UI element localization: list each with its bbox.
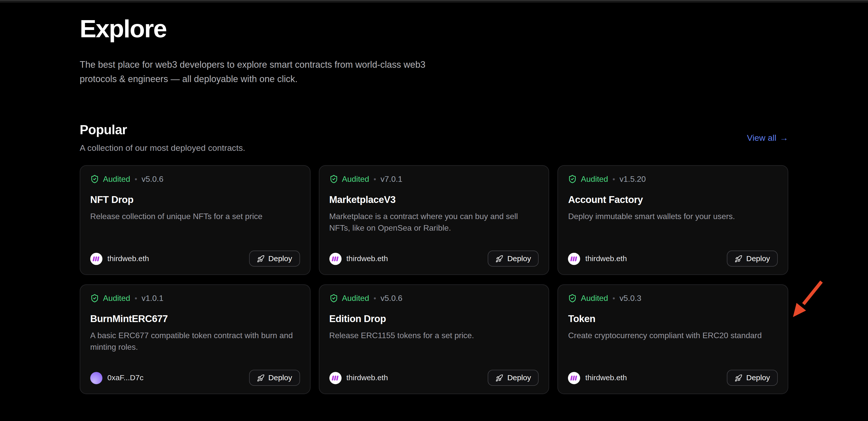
publisher-avatar [90,372,102,384]
publisher-name: thirdweb.eth [585,374,627,382]
contract-title: BurnMintERC677 [90,313,300,325]
arrow-right-icon: → [780,133,788,143]
audited-badge: Audited [581,175,608,184]
popular-heading: Popular [80,123,245,138]
card-badge-row: Audited • v1.5.20 [568,175,778,184]
rocket-icon [496,255,503,263]
audited-badge: Audited [342,175,369,184]
publisher-link[interactable]: thirdweb.eth [329,372,388,384]
contract-card[interactable]: Audited • v1.0.1 BurnMintERC677 A basic … [80,284,310,394]
popular-subheading: A collection of our most deployed contra… [80,143,245,153]
publisher-link[interactable]: thirdweb.eth [329,253,388,264]
rocket-icon [257,374,265,382]
version-label: v1.5.20 [620,175,646,184]
card-footer: 0xaF...D7c Deploy [90,370,300,386]
popular-section-header: Popular A collection of our most deploye… [80,123,788,153]
thirdweb-logo-icon [570,375,578,381]
shield-check-icon [568,294,577,303]
thirdweb-logo-icon [332,256,339,261]
deploy-button-label: Deploy [746,255,770,263]
card-footer: thirdweb.eth Deploy [329,370,539,386]
contract-description: Release collection of unique NFTs for a … [90,211,300,222]
publisher-name: thirdweb.eth [107,255,149,263]
publisher-name: 0xaF...D7c [107,374,144,382]
contract-card[interactable]: Audited • v7.0.1 MarketplaceV3 Marketpla… [318,165,549,275]
publisher-link[interactable]: thirdweb.eth [568,253,627,264]
publisher-link[interactable]: thirdweb.eth [90,253,149,264]
version-label: v5.0.6 [142,175,163,184]
badge-separator-dot: • [613,175,615,183]
publisher-link[interactable]: thirdweb.eth [568,372,627,384]
contract-description: A basic ERC677 compatible token contract… [90,330,300,353]
card-footer: thirdweb.eth Deploy [568,370,778,386]
badge-separator-dot: • [134,294,137,302]
contract-card[interactable]: Audited • v5.0.3 Token Create cryptocurr… [558,284,788,394]
deploy-button[interactable]: Deploy [249,251,300,266]
deploy-button-label: Deploy [507,255,531,263]
rocket-icon [257,255,265,263]
contract-title: MarketplaceV3 [329,194,539,206]
card-badge-row: Audited • v1.0.1 [90,294,300,303]
deploy-button-label: Deploy [507,374,531,382]
contract-title: Edition Drop [329,313,539,325]
version-label: v1.0.1 [142,294,163,303]
deploy-button-label: Deploy [746,374,770,382]
rocket-icon [735,374,742,382]
deploy-button[interactable]: Deploy [727,370,778,386]
explore-page: Explore The best place for web3 develope… [0,0,868,421]
shield-check-icon [90,175,99,184]
contract-title: Token [568,313,778,325]
thirdweb-logo-icon [93,256,100,261]
contract-description: Create cryptocurrency compliant with ERC… [568,330,778,341]
card-badge-row: Audited • v5.0.6 [90,175,300,184]
thirdweb-logo-icon [570,256,578,261]
badge-separator-dot: • [374,175,376,183]
view-all-link[interactable]: View all → [747,133,788,143]
page-title: Explore [80,15,788,43]
badge-separator-dot: • [374,294,376,302]
deploy-button[interactable]: Deploy [727,251,778,266]
view-all-label: View all [747,133,776,143]
thirdweb-logo-icon [332,375,339,381]
version-label: v5.0.6 [380,294,402,303]
badge-separator-dot: • [134,175,137,183]
card-footer: thirdweb.eth Deploy [90,251,300,266]
audited-badge: Audited [581,294,608,303]
publisher-name: thirdweb.eth [346,255,388,263]
version-label: v5.0.3 [620,294,642,303]
contract-card[interactable]: Audited • v5.0.6 NFT Drop Release collec… [80,165,310,275]
contract-card[interactable]: Audited • v5.0.6 Edition Drop Release ER… [318,284,549,394]
contract-title: Account Factory [568,194,778,206]
top-edge-divider [0,0,868,3]
card-footer: thirdweb.eth Deploy [329,251,539,266]
publisher-avatar [329,253,341,264]
publisher-avatar [568,253,580,264]
publisher-name: thirdweb.eth [585,255,627,263]
deploy-button[interactable]: Deploy [488,370,538,386]
version-label: v7.0.1 [380,175,402,184]
page-subtitle: The best place for web3 developers to ex… [80,57,454,86]
badge-separator-dot: • [613,294,615,302]
shield-check-icon [90,294,99,303]
deploy-button[interactable]: Deploy [488,251,538,266]
rocket-icon [735,255,742,263]
deploy-button-label: Deploy [268,255,292,263]
contract-card[interactable]: Audited • v1.5.20 Account Factory Deploy… [558,165,788,275]
publisher-avatar [568,372,580,384]
publisher-name: thirdweb.eth [346,374,388,382]
cards-grid: Audited • v5.0.6 NFT Drop Release collec… [80,165,788,394]
deploy-button[interactable]: Deploy [249,370,300,386]
card-badge-row: Audited • v5.0.3 [568,294,778,303]
audited-badge: Audited [103,175,130,184]
audited-badge: Audited [103,294,130,303]
publisher-link[interactable]: 0xaF...D7c [90,372,144,384]
publisher-avatar [329,372,341,384]
deploy-button-label: Deploy [268,374,292,382]
card-badge-row: Audited • v5.0.6 [329,294,539,303]
contract-description: Deploy immutable smart wallets for your … [568,211,778,222]
audited-badge: Audited [342,294,369,303]
card-badge-row: Audited • v7.0.1 [329,175,539,184]
contract-title: NFT Drop [90,194,300,206]
shield-check-icon [329,294,338,303]
rocket-icon [496,374,503,382]
